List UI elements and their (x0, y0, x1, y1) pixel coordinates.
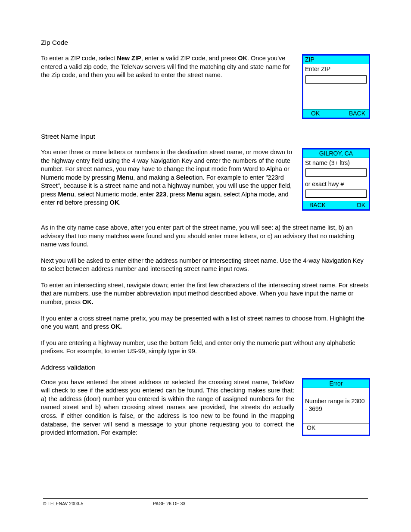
text: , press (166, 191, 187, 198)
bold: New ZIP (117, 55, 141, 62)
phone-title: GILROY, CA (303, 149, 369, 158)
heading-addr: Address validation (41, 364, 370, 371)
bold: OK. (111, 323, 122, 330)
bold: Menu (58, 191, 75, 198)
row-addr: Once you have entered the street address… (41, 378, 370, 437)
text: , select Numeric mode, enter (74, 191, 156, 198)
phone-input-zip[interactable] (305, 75, 367, 84)
phone-title: Error (303, 380, 369, 388)
row-street: You enter three or more letters or numbe… (41, 148, 370, 211)
spacer (303, 85, 369, 109)
phone-input-hwy[interactable] (305, 190, 367, 198)
row-zip: To enter a ZIP code, select New ZIP, ent… (41, 54, 370, 119)
text: , and making a (133, 174, 176, 181)
phone-label: St name (3+ ltrs) (303, 158, 369, 168)
phone-ok-button[interactable]: OK (357, 202, 365, 208)
paragraph-zip: To enter a ZIP code, select New ZIP, ent… (41, 54, 294, 80)
phone-footer: OK BACK (303, 109, 369, 118)
bold: OK (238, 55, 247, 62)
bold: OK. (82, 299, 93, 305)
phone-label: Enter ZIP (303, 64, 369, 75)
phone-error-body: Number range is 2300 - 3699 (303, 396, 369, 414)
footer-copyright: © TELENAV 2003-5 (43, 501, 153, 506)
document-page: Zip Code To enter a ZIP code, select New… (0, 0, 411, 532)
paragraph: Next you will be asked to enter either t… (41, 257, 370, 274)
text: . (119, 199, 121, 206)
bold: Select (176, 174, 195, 181)
paragraph: To enter an intersecting street, navigat… (41, 281, 370, 307)
paragraph: If you are entering a highway number, us… (41, 339, 370, 356)
paragraph-street: You enter three or more letters or numbe… (41, 148, 294, 207)
phone-label: or exact hwy # (303, 179, 369, 189)
phone-back-button[interactable]: BACK (349, 110, 365, 117)
paragraph: As in the city name case above, after yo… (41, 224, 370, 249)
paragraph-addr: Once you have entered the street address… (41, 378, 294, 437)
bold: 223 (156, 191, 166, 198)
phone-mock-error: Error Number range is 2300 - 3699 OK (302, 378, 370, 436)
text: To enter a ZIP code, select (41, 55, 117, 62)
text: before pressing (63, 199, 110, 206)
page-footer: © TELENAV 2003-5 PAGE 26 OF 33 (43, 498, 368, 506)
phone-title: ZIP (303, 56, 369, 64)
bold: Menu (117, 174, 134, 181)
heading-zip: Zip Code (41, 39, 370, 47)
heading-street: Street Name Input (41, 133, 370, 140)
bold: rd (57, 199, 63, 206)
phone-mock-street: GILROY, CA St name (3+ ltrs) or exact hw… (302, 148, 370, 211)
phone-input-stname[interactable] (305, 168, 367, 177)
text: If you enter a cross street name prefix,… (41, 315, 364, 330)
bold: Menu (187, 191, 203, 198)
text: , enter a valid ZIP code, and press (141, 55, 238, 62)
footer-page-number: PAGE 26 OF 33 (153, 501, 185, 506)
phone-footer: BACK OK (303, 201, 369, 209)
phone-ok-button[interactable]: OK (311, 110, 320, 117)
bold: OK (110, 199, 119, 206)
phone-back-button[interactable]: BACK (309, 202, 326, 208)
phone-ok-button[interactable]: OK (303, 423, 369, 435)
paragraph: If you enter a cross street name prefix,… (41, 314, 370, 331)
phone-mock-zip: ZIP Enter ZIP OK BACK (302, 54, 370, 119)
